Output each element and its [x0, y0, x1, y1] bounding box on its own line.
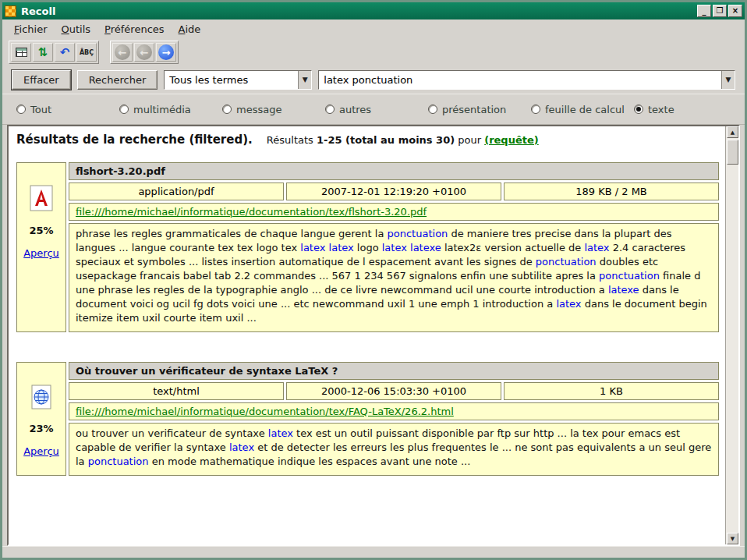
radio-button[interactable]	[222, 105, 232, 114]
search-mode-value: Tous les termes	[165, 74, 298, 86]
preview-link[interactable]: Aperçu	[23, 445, 59, 457]
next-page-button[interactable]: →	[156, 43, 176, 62]
filter-texte[interactable]: texte	[634, 104, 674, 115]
preview-link[interactable]: Aperçu	[23, 247, 59, 259]
search-mode-select[interactable]: Tous les termes ▼	[164, 70, 312, 90]
result-url-link[interactable]: file:///home/michael/informatique/docume…	[76, 206, 427, 218]
radio-button[interactable]	[16, 105, 26, 114]
result-size: 1 KB	[504, 382, 719, 400]
left-arrow-icon: ←	[115, 44, 130, 60]
scroll-up-icon[interactable]: ▲	[727, 126, 738, 138]
radio-button[interactable]	[325, 105, 335, 114]
previous-page-button[interactable]: ←	[134, 43, 154, 62]
relevance-percent: 23%	[29, 423, 53, 434]
results-scrollbar[interactable]: ▲ ▼	[725, 126, 738, 544]
result-date: 2000-12-06 15:03:30 +0100	[286, 382, 501, 400]
spell-button[interactable]: ÂBÇ	[76, 43, 97, 62]
clear-button[interactable]: Effacer	[12, 70, 71, 90]
result-title: Où trouver un vérificateur de syntaxe La…	[69, 362, 719, 380]
result-main: flshort-3.20.pdf application/pdf 2007-12…	[69, 162, 719, 332]
minimize-button[interactable]: _	[697, 5, 711, 17]
result-url-cell: file:///home/michael/informatique/docume…	[69, 402, 719, 420]
status-bar	[2, 546, 745, 558]
result-url-link[interactable]: file:///home/michael/informatique/docume…	[76, 406, 454, 417]
history-button[interactable]: ↶	[55, 43, 75, 62]
pdf-icon	[30, 185, 53, 214]
result-date: 2007-12-01 12:19:20 +0100	[286, 183, 501, 200]
result-title: flshort-3.20.pdf	[69, 162, 719, 180]
search-query-combo[interactable]: ▼	[318, 70, 735, 90]
history-arrow-icon: ↶	[60, 47, 70, 58]
result-mime: application/pdf	[69, 183, 284, 200]
filter-multimedia[interactable]: multimédia	[119, 104, 222, 115]
radio-button[interactable]	[531, 105, 540, 114]
recoll-app-icon	[5, 5, 16, 17]
left-arrow-icon: ←	[136, 44, 152, 60]
close-button[interactable]: ×	[728, 5, 742, 17]
menu-outils[interactable]: Outils	[55, 21, 98, 37]
query-link[interactable]: (requête)	[484, 134, 539, 146]
toolbar-group-main: ⇅ ↶ ÂBÇ	[9, 41, 99, 64]
result-item: 23% Aperçu Où trouver un vérificateur de…	[16, 362, 719, 476]
menu-preferences[interactable]: Préférences	[97, 21, 171, 37]
chevron-down-icon[interactable]: ▼	[721, 71, 735, 89]
result-abstract: ou trouver un verificateur de syntaxe la…	[69, 423, 719, 476]
scroll-down-icon[interactable]: ▼	[727, 533, 738, 544]
results-list: 25% Aperçu flshort-3.20.pdf application/…	[9, 156, 725, 544]
relevance-percent: 25%	[29, 225, 53, 236]
sort-arrows-icon: ⇅	[38, 47, 48, 58]
clear-search-button[interactable]	[11, 43, 31, 62]
spell-check-icon: ÂBÇ	[80, 49, 94, 56]
results-info: Résultats 1-25 (total au moins 30) pour …	[267, 134, 539, 146]
chevron-down-icon[interactable]: ▼	[298, 71, 311, 89]
result-meta-row: text/html 2000-12-06 15:03:30 +0100 1 KB	[69, 382, 719, 400]
result-item: 25% Aperçu flshort-3.20.pdf application/…	[16, 162, 719, 332]
filter-bar: Tout multimédia message autres présentat…	[2, 94, 745, 125]
filter-tout[interactable]: Tout	[16, 104, 119, 115]
menu-bar: Fichier Outils Préférences Aide	[2, 19, 745, 39]
radio-button[interactable]	[119, 105, 129, 114]
filter-message[interactable]: message	[222, 104, 325, 115]
toolbar: ⇅ ↶ ÂBÇ ← ← →	[2, 39, 745, 66]
recoll-window: Recoll _ ❐ × Fichier Outils Préférences …	[0, 0, 747, 560]
radio-button[interactable]	[634, 105, 643, 114]
results-title: Résultats de la recherche (filtered).	[16, 133, 253, 147]
window-title: Recoll	[21, 5, 696, 17]
result-side-panel: 23% Aperçu	[16, 362, 66, 476]
table-icon	[16, 48, 27, 57]
filter-presentation[interactable]: présentation	[428, 104, 531, 115]
result-mime: text/html	[69, 382, 284, 400]
radio-button[interactable]	[428, 105, 437, 114]
search-input[interactable]	[319, 71, 721, 89]
filter-feuille-de-calcul[interactable]: feuille de calcul	[531, 104, 634, 115]
maximize-button[interactable]: ❐	[713, 5, 727, 17]
menu-aide[interactable]: Aide	[172, 21, 208, 37]
sort-button[interactable]: ⇅	[33, 43, 53, 62]
result-size: 189 KB / 2 MB	[504, 183, 719, 200]
results-header: Résultats de la recherche (filtered). Ré…	[9, 126, 738, 151]
result-url-cell: file:///home/michael/informatique/docume…	[69, 203, 719, 221]
result-main: Où trouver un vérificateur de syntaxe La…	[69, 362, 719, 476]
result-meta-row: application/pdf 2007-12-01 12:19:20 +010…	[69, 183, 719, 200]
menu-fichier[interactable]: Fichier	[7, 21, 55, 37]
result-side-panel: 25% Aperçu	[16, 162, 66, 332]
title-bar[interactable]: Recoll _ ❐ ×	[2, 2, 745, 19]
scrollbar-thumb[interactable]	[727, 140, 738, 165]
results-panel: Résultats de la recherche (filtered). Ré…	[7, 125, 740, 546]
results-range: 1-25 (total au moins 30)	[317, 134, 455, 146]
search-bar: Effacer Rechercher Tous les termes ▼ ▼	[2, 66, 745, 94]
toolbar-group-nav: ← ← →	[110, 41, 179, 64]
search-button[interactable]: Rechercher	[77, 70, 158, 90]
html-icon	[30, 385, 52, 412]
first-page-button[interactable]: ←	[112, 43, 133, 62]
right-arrow-icon: →	[158, 44, 174, 60]
filter-autres[interactable]: autres	[325, 104, 428, 115]
result-abstract: phrase les regles grammaticales de chaqu…	[69, 223, 719, 332]
